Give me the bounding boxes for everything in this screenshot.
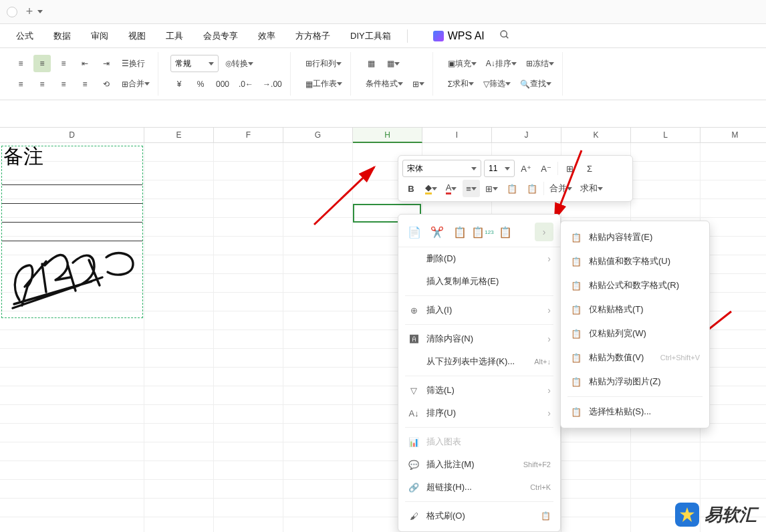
indent-dec[interactable]: ⇤ [76, 55, 94, 72]
align-right[interactable]: ≡ [55, 76, 72, 93]
sub-colwidth[interactable]: 📋仅粘贴列宽(W) [561, 321, 709, 346]
mini-bold[interactable]: B [402, 180, 420, 197]
svg-point-0 [501, 31, 507, 37]
tab-dot[interactable] [7, 7, 17, 17]
indent-inc[interactable]: ⇥ [98, 55, 115, 72]
wps-ai-button[interactable]: WPS AI [428, 27, 490, 45]
currency-button[interactable]: ¥ [170, 76, 188, 93]
ctx-filter[interactable]: ▽筛选(L)› [398, 379, 560, 402]
sub-val-numfmt[interactable]: 📋粘贴值和数字格式(U) [561, 249, 709, 273]
sub-transpose[interactable]: 📋粘贴内容转置(E) [561, 225, 709, 249]
ctx-sort[interactable]: A↓排序(U)› [398, 402, 560, 424]
col-header-E[interactable]: E [144, 127, 214, 143]
col-header-K[interactable]: K [561, 127, 631, 143]
menu-diy[interactable]: DIY工具箱 [341, 26, 400, 46]
rowcol-button[interactable]: ⊞ 行和列 [303, 55, 344, 72]
mini-fill-color[interactable]: ◆ [422, 180, 440, 197]
add-tab-dropdown[interactable] [37, 10, 43, 13]
mini-font-shrink[interactable]: A⁻ [537, 160, 555, 177]
ctx-format-painter[interactable]: 🖌格式刷(O)📋 [398, 505, 560, 527]
table-styles[interactable]: ▦ [363, 55, 380, 72]
table-styles-2[interactable]: ▦ [384, 55, 402, 72]
fill-button[interactable]: ▣ 填充 [445, 55, 479, 72]
sort-button[interactable]: A↓ 排序 [483, 55, 519, 72]
menu-tools[interactable]: 工具 [156, 26, 193, 46]
percent-button[interactable]: % [192, 76, 209, 93]
sub-formula-numfmt[interactable]: 📋粘贴公式和数字格式(R) [561, 273, 709, 297]
ctx-delete[interactable]: 删除(D)› [398, 247, 560, 270]
ctx-insert-note[interactable]: 💬插入批注(M)Shift+F2 [398, 453, 560, 476]
marching-ants-area: 备注 [1, 146, 143, 318]
menu-review[interactable]: 审阅 [82, 26, 118, 46]
freeze-button[interactable]: ⊞ 冻结 [523, 55, 557, 72]
mini-sum-label[interactable]: 求和 [578, 180, 606, 197]
mini-paste-2[interactable]: 📋 [523, 180, 541, 197]
filter-button[interactable]: ▽ 筛选 [481, 76, 513, 93]
col-header-F[interactable]: F [214, 127, 283, 143]
sub-special[interactable]: 📋选择性粘贴(S)... [561, 400, 709, 424]
mini-align[interactable]: ≡ [463, 180, 480, 197]
number-format-select[interactable]: 常规 [170, 55, 219, 72]
menu-efficiency[interactable]: 效率 [249, 26, 285, 46]
align-just[interactable]: ≡ [76, 76, 94, 93]
ctx-insert-copy[interactable]: 插入复制单元格(E) [398, 270, 560, 293]
col-header-D[interactable]: D [0, 127, 144, 143]
svg-line-1 [506, 36, 508, 38]
search-button[interactable] [497, 27, 513, 45]
find-button[interactable]: 🔍 查找 [517, 76, 554, 93]
mini-paste-1[interactable]: 📋 [503, 180, 521, 197]
align-left[interactable]: ≡ [12, 76, 29, 93]
ctx-hyperlink[interactable]: 🔗超链接(H)...Ctrl+K [398, 476, 560, 499]
worksheet-button[interactable]: ▦ 工作表 [303, 76, 345, 93]
wrap-button[interactable]: ☰ 换行 [119, 55, 148, 72]
menu-member[interactable]: 会员专享 [194, 26, 247, 46]
col-header-I[interactable]: I [422, 127, 492, 143]
merge-button[interactable]: ⊞ 合并 [119, 76, 152, 93]
mini-font-select[interactable]: 宋体 [402, 160, 481, 177]
col-header-H[interactable]: H [353, 127, 422, 143]
ctx-insert[interactable]: ⊕插入(I)› [398, 299, 560, 321]
menu-data[interactable]: 数据 [44, 26, 80, 46]
dec-dec-button[interactable]: →.00 [260, 76, 285, 93]
dec-inc-button[interactable]: .0← [236, 76, 256, 93]
ctx-paste-fmt-icon[interactable]: 📋 [496, 223, 515, 241]
align-middle[interactable]: ≡ [33, 55, 51, 72]
ctx-insert-chart: 📊插入图表 [398, 430, 560, 453]
add-tab-button[interactable]: + [24, 7, 35, 17]
ctx-paste-icon[interactable]: 📋 [451, 223, 469, 241]
borders-button[interactable]: ⊞ [410, 76, 427, 93]
mini-border[interactable]: ⊞ [483, 180, 501, 197]
ctx-clear[interactable]: 🅰清除内容(N)› [398, 327, 560, 350]
ctx-paste-123-icon[interactable]: 📋123 [473, 223, 492, 241]
col-header-L[interactable]: L [631, 127, 700, 143]
align-center[interactable]: ≡ [33, 76, 51, 93]
cond-format-button[interactable]: 条件格式 [363, 76, 406, 93]
ctx-paste-expand[interactable]: › [535, 223, 553, 241]
mini-font-color[interactable]: A [442, 180, 460, 197]
mini-merge-icon[interactable]: ⊞ [561, 160, 578, 177]
orientation[interactable]: ⟲ [98, 76, 115, 93]
col-header-J[interactable]: J [492, 127, 561, 143]
sub-as-pic[interactable]: 📋粘贴为浮动图片(Z) [561, 370, 709, 394]
menu-formula[interactable]: 公式 [7, 26, 43, 46]
mini-font-grow[interactable]: A⁺ [517, 160, 535, 177]
mini-merge-label[interactable]: 合并 [547, 180, 575, 197]
align-bottom[interactable]: ≡ [55, 55, 72, 72]
mini-size-select[interactable]: 11 [484, 160, 515, 177]
signature-image [6, 248, 137, 312]
ctx-cut-icon[interactable]: ✂️ [428, 223, 446, 241]
context-menu: 📄 ✂️ 📋 📋123 📋 › 删除(D)› 插入复制单元格(E) ⊕插入(I)… [398, 214, 561, 532]
menu-view[interactable]: 视图 [119, 26, 155, 46]
ctx-copy-icon[interactable]: 📄 [405, 223, 424, 241]
align-top[interactable]: ≡ [12, 55, 29, 72]
menu-ffgz[interactable]: 方方格子 [286, 26, 340, 46]
sub-format-only[interactable]: 📋仅粘贴格式(T) [561, 297, 709, 321]
col-header-M[interactable]: M [700, 127, 766, 143]
sub-as-value[interactable]: 📋粘贴为数值(V)Ctrl+Shift+V [561, 346, 709, 370]
thousand-button[interactable]: 000 [213, 76, 232, 93]
mini-sum-icon[interactable]: Σ [581, 160, 598, 177]
ctx-from-list[interactable]: 从下拉列表中选择(K)...Alt+↓ [398, 350, 560, 373]
convert-button[interactable]: ◎ 转换 [223, 55, 256, 72]
sum-button[interactable]: Σ 求和 [445, 76, 477, 93]
col-header-G[interactable]: G [283, 127, 353, 143]
